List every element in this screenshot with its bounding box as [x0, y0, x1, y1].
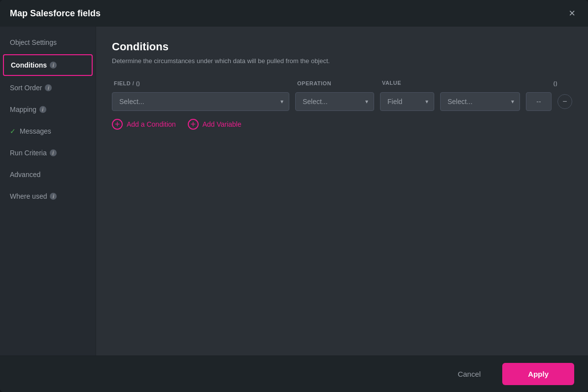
sidebar-item-messages[interactable]: Messages	[0, 120, 96, 142]
operation-select-wrapper: Select...	[295, 92, 374, 111]
info-icon-run-criteria: i	[50, 149, 57, 156]
condition-row: Select... Select... Field	[112, 92, 572, 111]
value-select-wrapper: Select...	[440, 92, 520, 111]
add-condition-label: Add a Condition	[127, 120, 176, 128]
sidebar-item-where-used[interactable]: Where used i	[0, 185, 96, 207]
modal: Map Salesforce fields × Object Settings …	[0, 0, 588, 392]
section-description: Determine the circumstances under which …	[112, 57, 572, 65]
sidebar-item-label: Conditions	[11, 61, 47, 69]
sidebar-item-label: Sort Order	[10, 84, 42, 92]
sidebar-item-advanced[interactable]: Advanced	[0, 164, 96, 185]
sidebar-item-label: Run Criteria	[10, 149, 47, 157]
sidebar-item-conditions[interactable]: Conditions i	[3, 54, 93, 76]
sidebar-item-label: Advanced	[10, 171, 40, 178]
value-select[interactable]: Select...	[440, 92, 520, 111]
field-column-header: FIELD / ()	[114, 80, 140, 86]
add-condition-icon: +	[112, 119, 123, 130]
dash-button[interactable]: --	[526, 92, 552, 111]
modal-footer: Cancel Apply	[0, 356, 588, 392]
operation-column-header: OPERATION	[297, 80, 331, 86]
field-select[interactable]: Select...	[112, 92, 289, 111]
sidebar-item-label: Messages	[20, 127, 51, 135]
add-variable-label: Add Variable	[203, 120, 242, 128]
sidebar-item-mapping[interactable]: Mapping i	[0, 99, 96, 120]
modal-header: Map Salesforce fields ×	[0, 0, 588, 27]
modal-body: Object Settings Conditions i Sort Order …	[0, 27, 588, 356]
info-icon-mapping: i	[39, 106, 46, 113]
close-button[interactable]: ×	[566, 7, 578, 20]
cancel-button[interactable]: Cancel	[444, 364, 495, 384]
sidebar: Object Settings Conditions i Sort Order …	[0, 27, 96, 356]
sidebar-item-label: Where used	[10, 192, 47, 200]
sidebar-item-object-settings[interactable]: Object Settings	[0, 32, 96, 53]
sidebar-item-label: Mapping	[10, 106, 36, 113]
type-select-wrapper: Field	[380, 92, 434, 111]
value-column-header: VALUE	[382, 80, 401, 86]
add-condition-button[interactable]: + Add a Condition	[112, 119, 176, 130]
add-variable-icon: +	[188, 119, 199, 130]
info-icon-sort-order: i	[45, 84, 52, 91]
modal-title: Map Salesforce fields	[10, 8, 101, 19]
remove-icon: −	[562, 97, 567, 106]
add-variable-button[interactable]: + Add Variable	[188, 119, 242, 130]
sidebar-item-sort-order[interactable]: Sort Order i	[0, 77, 96, 99]
operation-select[interactable]: Select...	[295, 92, 374, 111]
field-select-wrapper: Select...	[112, 92, 289, 111]
type-select[interactable]: Field	[380, 92, 434, 111]
main-content: Conditions Determine the circumstances u…	[96, 27, 588, 356]
add-buttons-row: + Add a Condition + Add Variable	[112, 119, 572, 130]
sidebar-item-label: Object Settings	[10, 38, 57, 46]
sidebar-item-run-criteria[interactable]: Run Criteria i	[0, 142, 96, 164]
apply-button[interactable]: Apply	[502, 363, 574, 385]
section-title: Conditions	[112, 40, 572, 53]
paren-column-header: ()	[553, 80, 557, 86]
info-icon-where-used: i	[50, 193, 57, 200]
remove-condition-button[interactable]: −	[557, 94, 572, 109]
conditions-header: FIELD / () OPERATION VALUE ()	[112, 78, 572, 87]
info-icon-conditions: i	[50, 62, 57, 69]
